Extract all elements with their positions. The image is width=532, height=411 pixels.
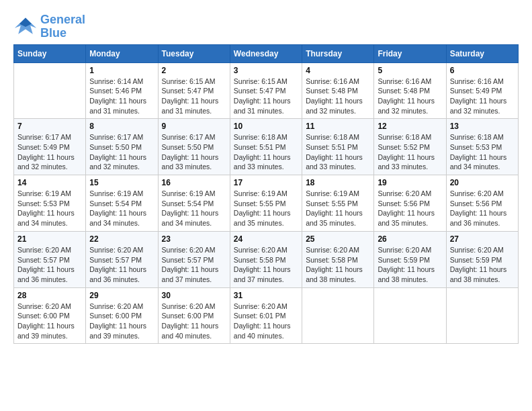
day-info: Sunrise: 6:20 AMSunset: 5:59 PMDaylight:… bbox=[378, 245, 442, 285]
calendar-day-header: Saturday bbox=[446, 44, 518, 62]
calendar-cell: 4Sunrise: 6:16 AMSunset: 5:48 PMDaylight… bbox=[302, 62, 374, 119]
day-info: Sunrise: 6:14 AMSunset: 5:46 PMDaylight:… bbox=[89, 77, 154, 116]
day-info: Sunrise: 6:20 AMSunset: 5:56 PMDaylight:… bbox=[378, 189, 442, 228]
day-number: 15 bbox=[89, 178, 154, 187]
calendar-week-row: 14Sunrise: 6:19 AMSunset: 5:53 PMDayligh… bbox=[14, 175, 519, 232]
day-info: Sunrise: 6:20 AMSunset: 5:56 PMDaylight:… bbox=[450, 189, 515, 228]
day-number: 18 bbox=[306, 178, 370, 187]
calendar-cell: 24Sunrise: 6:20 AMSunset: 5:58 PMDayligh… bbox=[230, 231, 302, 287]
page-header: General Blue bbox=[13, 13, 519, 40]
calendar-cell: 16Sunrise: 6:19 AMSunset: 5:54 PMDayligh… bbox=[158, 175, 230, 232]
day-info: Sunrise: 6:18 AMSunset: 5:52 PMDaylight:… bbox=[378, 132, 442, 172]
calendar-cell: 26Sunrise: 6:20 AMSunset: 5:59 PMDayligh… bbox=[374, 231, 446, 287]
calendar-cell: 7Sunrise: 6:17 AMSunset: 5:49 PMDaylight… bbox=[14, 119, 86, 175]
day-number: 19 bbox=[378, 178, 442, 187]
day-number: 31 bbox=[234, 291, 298, 300]
calendar-cell: 25Sunrise: 6:20 AMSunset: 5:58 PMDayligh… bbox=[302, 231, 374, 287]
day-info: Sunrise: 6:20 AMSunset: 6:00 PMDaylight:… bbox=[162, 302, 226, 341]
calendar-cell: 14Sunrise: 6:19 AMSunset: 5:53 PMDayligh… bbox=[14, 175, 86, 232]
day-info: Sunrise: 6:18 AMSunset: 5:51 PMDaylight:… bbox=[234, 132, 298, 172]
calendar-cell: 3Sunrise: 6:15 AMSunset: 5:47 PMDaylight… bbox=[230, 62, 302, 119]
day-info: Sunrise: 6:20 AMSunset: 5:59 PMDaylight:… bbox=[450, 245, 515, 285]
calendar-cell: 1Sunrise: 6:14 AMSunset: 5:46 PMDaylight… bbox=[86, 62, 158, 119]
day-number: 8 bbox=[89, 122, 154, 131]
day-info: Sunrise: 6:19 AMSunset: 5:53 PMDaylight:… bbox=[17, 189, 82, 228]
calendar-cell: 13Sunrise: 6:18 AMSunset: 5:53 PMDayligh… bbox=[446, 119, 518, 175]
calendar-cell: 9Sunrise: 6:17 AMSunset: 5:50 PMDaylight… bbox=[158, 119, 230, 175]
calendar-cell bbox=[14, 62, 86, 119]
day-number: 28 bbox=[17, 291, 82, 300]
calendar-day-header: Sunday bbox=[14, 44, 86, 62]
day-number: 7 bbox=[17, 122, 82, 131]
calendar-cell: 21Sunrise: 6:20 AMSunset: 5:57 PMDayligh… bbox=[14, 231, 86, 287]
day-number: 6 bbox=[450, 66, 515, 75]
calendar-cell bbox=[446, 287, 518, 344]
calendar-header-row: SundayMondayTuesdayWednesdayThursdayFrid… bbox=[14, 44, 519, 62]
logo-icon bbox=[13, 15, 38, 39]
calendar-table: SundayMondayTuesdayWednesdayThursdayFrid… bbox=[13, 44, 519, 345]
day-info: Sunrise: 6:16 AMSunset: 5:49 PMDaylight:… bbox=[450, 77, 515, 116]
day-number: 24 bbox=[234, 234, 298, 244]
calendar-cell: 6Sunrise: 6:16 AMSunset: 5:49 PMDaylight… bbox=[446, 62, 518, 119]
day-info: Sunrise: 6:15 AMSunset: 5:47 PMDaylight:… bbox=[162, 77, 226, 116]
calendar-cell: 15Sunrise: 6:19 AMSunset: 5:54 PMDayligh… bbox=[86, 175, 158, 232]
day-number: 17 bbox=[234, 178, 298, 187]
day-number: 5 bbox=[378, 66, 442, 75]
calendar-cell: 8Sunrise: 6:17 AMSunset: 5:50 PMDaylight… bbox=[86, 119, 158, 175]
day-info: Sunrise: 6:16 AMSunset: 5:48 PMDaylight:… bbox=[378, 77, 442, 116]
calendar-cell bbox=[374, 287, 446, 344]
day-info: Sunrise: 6:17 AMSunset: 5:49 PMDaylight:… bbox=[17, 132, 82, 172]
calendar-cell: 23Sunrise: 6:20 AMSunset: 5:57 PMDayligh… bbox=[158, 231, 230, 287]
day-info: Sunrise: 6:19 AMSunset: 5:55 PMDaylight:… bbox=[306, 189, 370, 228]
day-info: Sunrise: 6:20 AMSunset: 5:58 PMDaylight:… bbox=[306, 245, 370, 285]
calendar-day-header: Wednesday bbox=[230, 44, 302, 62]
day-info: Sunrise: 6:19 AMSunset: 5:54 PMDaylight:… bbox=[162, 189, 226, 228]
calendar-cell: 19Sunrise: 6:20 AMSunset: 5:56 PMDayligh… bbox=[374, 175, 446, 232]
day-number: 26 bbox=[378, 234, 442, 244]
day-number: 9 bbox=[162, 122, 226, 131]
calendar-week-row: 1Sunrise: 6:14 AMSunset: 5:46 PMDaylight… bbox=[14, 62, 519, 119]
day-number: 12 bbox=[378, 122, 442, 131]
calendar-day-header: Friday bbox=[374, 44, 446, 62]
logo: General Blue bbox=[13, 13, 85, 40]
calendar-cell: 2Sunrise: 6:15 AMSunset: 5:47 PMDaylight… bbox=[158, 62, 230, 119]
day-number: 14 bbox=[17, 178, 82, 187]
day-number: 16 bbox=[162, 178, 226, 187]
calendar-cell: 18Sunrise: 6:19 AMSunset: 5:55 PMDayligh… bbox=[302, 175, 374, 232]
day-number: 27 bbox=[450, 234, 515, 244]
day-number: 4 bbox=[306, 66, 370, 75]
day-info: Sunrise: 6:18 AMSunset: 5:53 PMDaylight:… bbox=[450, 132, 515, 172]
logo-text: General Blue bbox=[40, 13, 85, 40]
day-number: 11 bbox=[306, 122, 370, 131]
day-number: 20 bbox=[450, 178, 515, 187]
calendar-cell: 22Sunrise: 6:20 AMSunset: 5:57 PMDayligh… bbox=[86, 231, 158, 287]
calendar-cell: 20Sunrise: 6:20 AMSunset: 5:56 PMDayligh… bbox=[446, 175, 518, 232]
day-info: Sunrise: 6:17 AMSunset: 5:50 PMDaylight:… bbox=[162, 132, 226, 172]
day-info: Sunrise: 6:20 AMSunset: 5:57 PMDaylight:… bbox=[17, 245, 82, 285]
day-info: Sunrise: 6:20 AMSunset: 5:57 PMDaylight:… bbox=[89, 245, 154, 285]
calendar-cell: 17Sunrise: 6:19 AMSunset: 5:55 PMDayligh… bbox=[230, 175, 302, 232]
calendar-day-header: Thursday bbox=[302, 44, 374, 62]
day-info: Sunrise: 6:20 AMSunset: 6:01 PMDaylight:… bbox=[234, 302, 298, 341]
calendar-day-header: Tuesday bbox=[158, 44, 230, 62]
calendar-cell: 31Sunrise: 6:20 AMSunset: 6:01 PMDayligh… bbox=[230, 287, 302, 344]
day-number: 23 bbox=[162, 234, 226, 244]
day-number: 13 bbox=[450, 122, 515, 131]
calendar-week-row: 28Sunrise: 6:20 AMSunset: 6:00 PMDayligh… bbox=[14, 287, 519, 344]
day-number: 1 bbox=[89, 66, 154, 75]
day-info: Sunrise: 6:18 AMSunset: 5:51 PMDaylight:… bbox=[306, 132, 370, 172]
calendar-cell: 11Sunrise: 6:18 AMSunset: 5:51 PMDayligh… bbox=[302, 119, 374, 175]
day-number: 29 bbox=[89, 291, 154, 300]
day-number: 22 bbox=[89, 234, 154, 244]
day-info: Sunrise: 6:20 AMSunset: 5:57 PMDaylight:… bbox=[162, 245, 226, 285]
calendar-cell: 10Sunrise: 6:18 AMSunset: 5:51 PMDayligh… bbox=[230, 119, 302, 175]
calendar-cell: 29Sunrise: 6:20 AMSunset: 6:00 PMDayligh… bbox=[86, 287, 158, 344]
day-info: Sunrise: 6:20 AMSunset: 5:58 PMDaylight:… bbox=[234, 245, 298, 285]
day-number: 21 bbox=[17, 234, 82, 244]
calendar-day-header: Monday bbox=[86, 44, 158, 62]
calendar-body: 1Sunrise: 6:14 AMSunset: 5:46 PMDaylight… bbox=[14, 62, 519, 344]
day-info: Sunrise: 6:17 AMSunset: 5:50 PMDaylight:… bbox=[89, 132, 154, 172]
calendar-cell bbox=[302, 287, 374, 344]
day-info: Sunrise: 6:20 AMSunset: 6:00 PMDaylight:… bbox=[17, 302, 82, 341]
day-number: 3 bbox=[234, 66, 298, 75]
